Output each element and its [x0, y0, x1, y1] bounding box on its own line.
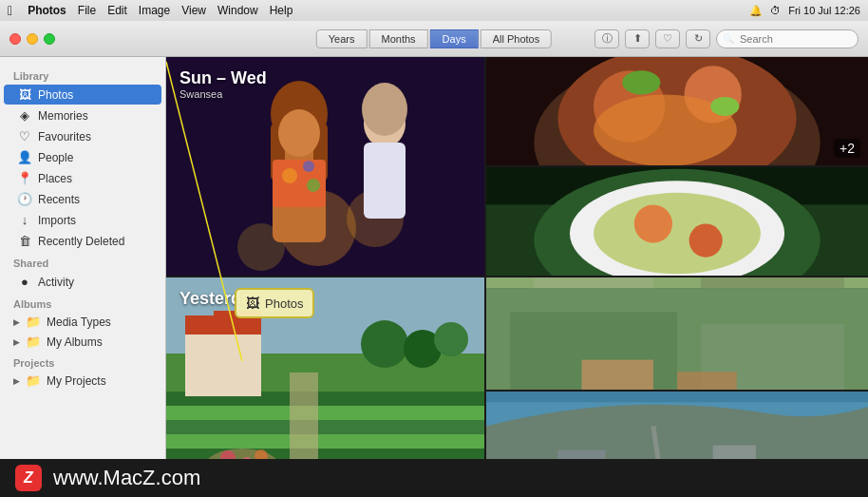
view-all-photos-button[interactable]: All Photos: [481, 29, 553, 48]
sidebar-item-activity[interactable]: ● Activity: [4, 272, 161, 292]
close-button[interactable]: [9, 33, 21, 45]
sidebar-item-media-types[interactable]: ▶ 📁 Media Types: [0, 312, 165, 332]
svg-point-13: [362, 83, 407, 136]
sidebar-item-memories-label: Memories: [38, 109, 88, 123]
maximize-button[interactable]: [44, 33, 55, 45]
sidebar-item-photos[interactable]: 🖼 Photos: [4, 85, 161, 105]
sidebar-item-photos-label: Photos: [38, 88, 73, 102]
menubar:  Photos File Edit Image View Window Hel…: [0, 0, 868, 21]
sidebar-item-my-albums-label: My Albums: [47, 335, 103, 349]
menubar-left:  Photos File Edit Image View Window Hel…: [8, 3, 749, 18]
day-subtitle-1: Swansea: [179, 88, 267, 100]
menubar-app-name[interactable]: Photos: [28, 4, 66, 17]
photo-couple[interactable]: Sun – Wed Swansea: [166, 57, 484, 276]
view-months-button[interactable]: Months: [369, 29, 428, 48]
photo-aerial2[interactable]: [486, 392, 868, 459]
svg-point-31: [634, 204, 672, 242]
favourites-icon: ♡: [17, 129, 32, 143]
view-years-button[interactable]: Years: [316, 29, 368, 48]
memories-icon: ◈: [17, 108, 32, 123]
svg-point-15: [282, 168, 297, 183]
disclosure-icon: ▶: [13, 337, 20, 347]
sidebar-item-my-albums[interactable]: ▶ 📁 My Albums: [0, 332, 165, 352]
rotate-button[interactable]: ↻: [686, 29, 710, 48]
photo-food1[interactable]: +2: [486, 57, 868, 165]
svg-rect-67: [713, 445, 756, 459]
sidebar-item-imports[interactable]: ↓ Imports: [4, 210, 161, 230]
sidebar-item-recents-label: Recents: [38, 193, 80, 206]
sidebar-item-memories[interactable]: ◈ Memories: [4, 105, 161, 125]
svg-point-30: [594, 193, 761, 274]
sidebar-item-activity-label: Activity: [38, 276, 74, 289]
sidebar-item-recently-deleted[interactable]: 🗑 Recently Deleted: [4, 231, 161, 251]
sidebar-item-favourites[interactable]: ♡ Favourites: [4, 126, 161, 146]
recently-deleted-icon: 🗑: [17, 234, 32, 248]
svg-point-10: [278, 109, 320, 157]
svg-point-17: [307, 179, 320, 192]
day-label-1: Sun – Wed Swansea: [179, 68, 267, 100]
share-button[interactable]: ⬆: [625, 29, 650, 48]
menubar-help[interactable]: Help: [270, 4, 293, 17]
library-section-label: Library: [0, 65, 165, 84]
menubar-view[interactable]: View: [181, 4, 206, 17]
menubar-clock: Fri 10 Jul 12:26: [788, 5, 860, 16]
svg-point-32: [689, 224, 723, 258]
menubar-window[interactable]: Window: [217, 4, 258, 17]
svg-rect-41: [290, 373, 318, 459]
projects-section-label: Projects: [0, 352, 165, 371]
svg-rect-42: [185, 325, 261, 396]
info-button[interactable]: ⓘ: [594, 29, 619, 48]
search-input[interactable]: [716, 29, 859, 48]
menubar-image[interactable]: Image: [139, 4, 170, 17]
svg-rect-60: [677, 372, 737, 390]
apple-menu[interactable]: : [8, 3, 12, 18]
svg-point-45: [361, 320, 408, 368]
places-icon: 📍: [17, 171, 32, 185]
albums-section-label: Albums: [0, 293, 165, 312]
imports-icon: ↓: [17, 213, 32, 227]
svg-rect-55: [534, 277, 653, 288]
bottom-bar: Z www.MacZ.com: [0, 459, 868, 497]
disclosure-icon: ▶: [13, 317, 20, 327]
sidebar-item-imports-label: Imports: [38, 214, 76, 227]
activity-icon: ●: [17, 275, 32, 289]
sidebar-item-favourites-label: Favourites: [38, 130, 91, 143]
svg-point-16: [303, 161, 314, 172]
macz-logo-letter: Z: [24, 469, 33, 487]
macz-url: www.MacZ.com: [53, 466, 200, 490]
time-icon: ⏱: [770, 5, 781, 16]
favorite-button[interactable]: ♡: [655, 29, 680, 48]
photo-food2[interactable]: [486, 167, 868, 276]
view-buttons: Years Months Days All Photos: [316, 29, 552, 48]
svg-rect-65: [557, 450, 605, 459]
disclosure-icon: ▶: [13, 376, 20, 386]
sidebar-item-places[interactable]: 📍 Places: [4, 168, 161, 188]
photo-aerial1[interactable]: •••: [486, 277, 868, 390]
macz-logo: Z: [15, 465, 42, 491]
svg-rect-36: [166, 420, 484, 434]
photo-garden[interactable]: Yesterday: [166, 277, 484, 459]
menubar-file[interactable]: File: [78, 4, 96, 17]
photos-tooltip[interactable]: 🖼 Photos: [235, 288, 314, 318]
sidebar: Library 🖼 Photos ◈ Memories ♡ Favourites…: [0, 57, 166, 459]
view-days-button[interactable]: Days: [430, 29, 479, 48]
my-albums-icon: 📁: [26, 335, 41, 349]
menubar-edit[interactable]: Edit: [107, 4, 127, 17]
svg-point-25: [710, 97, 739, 116]
people-icon: 👤: [17, 150, 32, 164]
minimize-button[interactable]: [27, 33, 38, 45]
sidebar-item-people-label: People: [38, 151, 73, 164]
sidebar-item-media-types-label: Media Types: [47, 315, 111, 329]
sidebar-item-people[interactable]: 👤 People: [4, 147, 161, 167]
photo-area: Sun – Wed Swansea: [166, 57, 868, 459]
sidebar-item-my-projects[interactable]: ▶ 📁 My Projects: [0, 371, 165, 391]
notification-icon[interactable]: 🔔: [749, 5, 763, 17]
tooltip-photos-icon: 🖼: [246, 296, 259, 311]
svg-point-24: [622, 70, 660, 94]
my-projects-icon: 📁: [26, 373, 41, 388]
sidebar-item-recents[interactable]: 🕐 Recents: [4, 189, 161, 209]
tooltip-label: Photos: [265, 296, 303, 311]
sidebar-item-recently-deleted-label: Recently Deleted: [38, 235, 124, 248]
sidebar-item-my-projects-label: My Projects: [47, 374, 106, 388]
recents-icon: 🕐: [17, 192, 32, 206]
